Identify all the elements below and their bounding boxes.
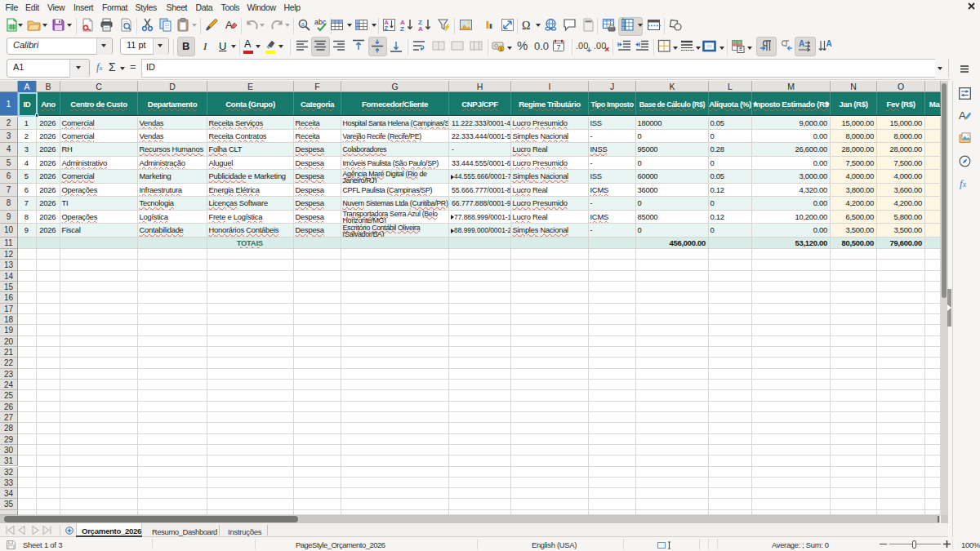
svg-text:7: 7 bbox=[557, 43, 561, 51]
svg-text:A: A bbox=[826, 39, 832, 48]
svg-text:$: $ bbox=[500, 47, 502, 51]
svg-text:a: a bbox=[301, 21, 305, 27]
svg-text:A: A bbox=[418, 25, 423, 32]
svg-text:Ω: Ω bbox=[522, 20, 530, 32]
svg-text:Z: Z bbox=[385, 24, 389, 32]
svg-text:Z: Z bbox=[400, 25, 404, 32]
svg-text:A: A bbox=[799, 39, 804, 48]
svg-text:A: A bbox=[225, 19, 233, 31]
